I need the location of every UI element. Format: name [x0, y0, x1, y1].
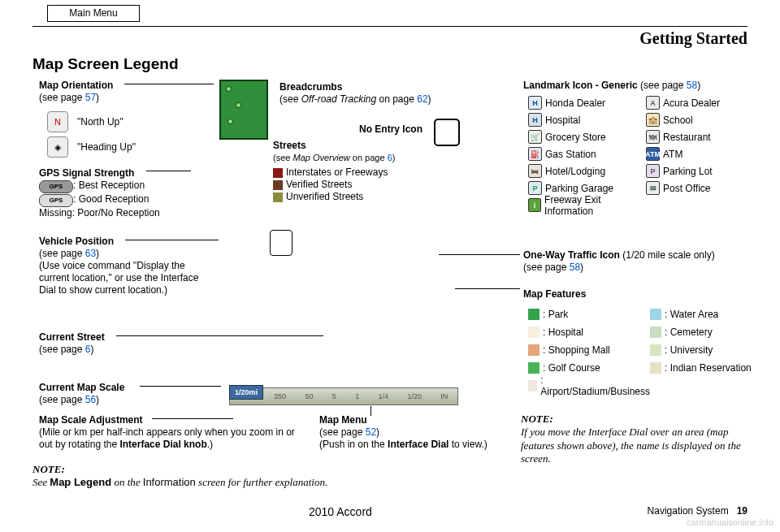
landmark-cell: HHospital: [528, 113, 646, 127]
landmark-header: Landmark Icon - Generic (see page 58): [523, 80, 700, 92]
note-pre: See: [32, 476, 50, 488]
note-label: NOTE:: [521, 413, 553, 425]
swatch-icon: [273, 180, 283, 190]
scale-tick: 1: [355, 392, 359, 400]
landmark-label: ATM: [663, 149, 682, 160]
feature-cell: : Shopping Mall: [528, 344, 650, 356]
landmark-label: Gas Station: [545, 149, 596, 160]
page-link-58[interactable]: 58: [687, 80, 697, 91]
streets-label: Streets (see Map Overview on page 6) Int…: [273, 140, 468, 203]
gps-best-icon: GPS: [39, 180, 73, 193]
street-legend-item: Verified Streets: [273, 179, 468, 191]
feature-cell: : Water Area: [650, 309, 772, 320]
landmark-cell: PParking Lot: [646, 164, 764, 178]
scale-tick: 1/20: [407, 392, 422, 400]
note-left: NOTE: See Map Legend on the Information …: [32, 463, 488, 490]
landmark-label: Honda Dealer: [545, 97, 605, 109]
landmark-icon: H: [528, 113, 542, 127]
no-entry-label: No Entry Icon: [359, 123, 422, 136]
landmark-icon: 🛒: [528, 130, 542, 144]
feature-cell: : Hospital: [528, 327, 650, 338]
scale-tick: 5: [332, 392, 336, 400]
breadcrumb-dot: [236, 102, 241, 108]
oneway-title: One-Way Traffic Icon: [523, 249, 620, 261]
landmark-icon: ATM: [646, 147, 660, 161]
feature-swatch: [528, 362, 540, 374]
landmark-cell: ✉Post Office: [646, 181, 764, 195]
leader-line: [370, 406, 371, 416]
page-link-63[interactable]: 63: [85, 248, 96, 259]
feature-label: : Cemetery: [665, 327, 713, 338]
landmark-cell: iFreeway Exit Information: [528, 194, 646, 217]
landmark-row: HHospital🏫School: [528, 111, 764, 128]
feature-cell: : Cemetery: [650, 327, 772, 338]
heading-up-label: "Heading Up": [77, 141, 136, 154]
landmark-icon: P: [646, 164, 660, 178]
landmark-cell: 🛏Hotel/Lodging: [528, 164, 646, 178]
landmark-label: Parking Lot: [663, 166, 713, 177]
feature-cell: : Park: [528, 309, 650, 320]
feature-cell: : University: [650, 344, 772, 356]
feature-cell: : Indian Reservation: [650, 362, 772, 374]
vehicle-icon-box: [270, 230, 292, 256]
scale-adj-body2: .): [207, 439, 213, 450]
scale-adj-title: Map Scale Adjustment: [39, 414, 143, 426]
close-paren: ): [376, 426, 379, 438]
feature-row: : Hospital: Cemetery: [528, 323, 772, 341]
page-link-57[interactable]: 57: [85, 92, 96, 103]
landmark-label: Hotel/Lodging: [545, 166, 605, 177]
current-street-title: Current Street: [39, 331, 105, 343]
map-menu-label: Map Menu (see page 52) (Push in on the I…: [319, 414, 514, 451]
leader-line: [146, 171, 191, 171]
landmark-icon: A: [646, 96, 660, 110]
current-scale-label: Current Map Scale (see page 56): [39, 382, 124, 406]
feature-label: : Golf Course: [543, 362, 600, 374]
landmark-icon: ⛽: [528, 147, 542, 161]
leader-line: [125, 240, 219, 240]
main-menu-button[interactable]: Main Menu: [47, 5, 140, 22]
landmark-label: Restaurant: [663, 132, 711, 143]
landmark-label: School: [663, 115, 693, 126]
breadcrumb-dot: [226, 86, 232, 92]
on-page-text: on page: [350, 153, 388, 162]
close-paren: ): [96, 248, 99, 259]
feature-label: : Water Area: [665, 309, 718, 320]
landmark-row: 🛏Hotel/LodgingPParking Lot: [528, 162, 764, 179]
streets-title: Streets: [273, 140, 306, 151]
page-link-62[interactable]: 62: [417, 93, 427, 105]
see-page-text: (see page: [523, 262, 570, 273]
landmark-row: ⛽Gas StationATMATM: [528, 145, 764, 162]
feature-label: : Indian Reservation: [665, 362, 752, 374]
street-legend-item: Unverified Streets: [273, 191, 468, 203]
landmark-cell: 🍽Restaurant: [646, 130, 764, 144]
landmark-cell: PParking Garage: [528, 181, 646, 195]
oneway-label: One-Way Traffic Icon (1/20 mile scale on…: [523, 249, 759, 274]
see-page-text: (see page: [39, 344, 85, 355]
page-link-56[interactable]: 56: [85, 394, 96, 405]
page-link-58b[interactable]: 58: [570, 262, 580, 273]
note-plain: Information: [143, 476, 196, 488]
map-menu-title: Map Menu: [319, 414, 367, 426]
map-features-grid: : Park: Water Area: Hospital: Cemetery: …: [528, 305, 772, 395]
page-link-52[interactable]: 52: [366, 426, 376, 438]
landmark-cell: ⛽Gas Station: [528, 147, 646, 161]
note-mid: on the: [111, 476, 143, 488]
feature-label: : Airport/Stadium/Business: [540, 374, 650, 397]
feature-swatch: [650, 344, 661, 356]
feature-swatch: [528, 344, 540, 356]
leader-line: [439, 254, 520, 255]
feature-row: : Airport/Stadium/Business: [528, 377, 772, 395]
leader-line: [140, 386, 221, 387]
vehicle-title: Vehicle Position: [39, 236, 114, 247]
street-legend-item: Interstates or Freeways: [273, 167, 468, 179]
feature-swatch: [528, 327, 540, 338]
feature-row: : Shopping Mall: University: [528, 341, 772, 359]
feature-swatch: [650, 327, 661, 338]
leader-line: [152, 418, 233, 419]
landmark-row: iFreeway Exit Information: [528, 197, 764, 214]
top-rule: [32, 26, 748, 27]
on-page-text: on page: [376, 93, 417, 105]
see-page-text: (see page: [39, 394, 85, 405]
footer-right: Navigation System 19: [648, 505, 748, 517]
north-up-label: "North Up": [77, 116, 124, 128]
